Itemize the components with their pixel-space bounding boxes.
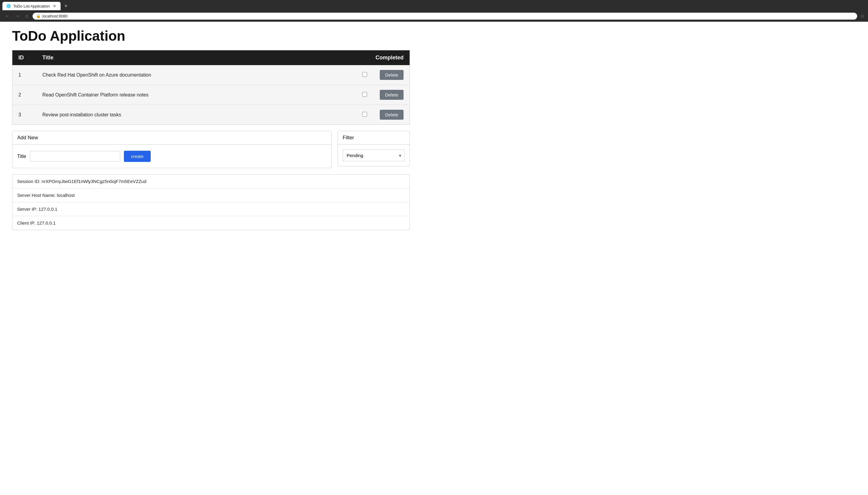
row-delete: Delete xyxy=(374,105,410,125)
row-id: 1 xyxy=(12,65,36,85)
address-bar: ← → ⌂ 🔒 localhost:8080 ☆ xyxy=(0,10,868,22)
col-header-id: ID xyxy=(12,50,36,65)
active-tab[interactable]: 🌐 ToDo List Application ✕ xyxy=(2,2,60,10)
row-completed xyxy=(355,65,374,85)
delete-button[interactable]: Delete xyxy=(380,70,403,80)
new-tab-button[interactable]: + xyxy=(62,2,70,10)
create-button[interactable]: create xyxy=(124,151,151,162)
add-new-body: Title create xyxy=(12,145,331,168)
completed-checkbox[interactable] xyxy=(362,112,367,117)
page-title: ToDo Application xyxy=(12,28,410,44)
title-label: Title xyxy=(17,154,26,159)
row-delete: Delete xyxy=(374,65,410,85)
filter-body: AllPendingCompleted xyxy=(338,145,410,166)
delete-button[interactable]: Delete xyxy=(380,90,403,100)
title-input[interactable] xyxy=(30,151,120,161)
row-title: Check Red Hat OpenShift on Azure documen… xyxy=(36,65,355,85)
session-id-row: Session ID: nrXPOmyJtwG1Ef1nWly3NCgz5n0o… xyxy=(12,174,410,188)
add-new-header: Add New xyxy=(12,131,331,145)
row-completed xyxy=(355,85,374,105)
filter-panel: Filter AllPendingCompleted xyxy=(337,131,410,166)
forward-button[interactable]: → xyxy=(14,12,21,20)
row-completed xyxy=(355,105,374,125)
table-row: 2Read OpenShift Container Platform relea… xyxy=(12,85,410,105)
bookmark-star-icon[interactable]: ☆ xyxy=(860,13,864,19)
row-title: Read OpenShift Container Platform releas… xyxy=(36,85,355,105)
col-header-title: Title xyxy=(36,50,355,65)
filter-header: Filter xyxy=(338,131,410,145)
row-id: 2 xyxy=(12,85,36,105)
add-new-panel: Add New Title create xyxy=(12,131,331,168)
completed-checkbox[interactable] xyxy=(362,72,367,77)
lock-icon: 🔒 xyxy=(36,14,41,18)
url-box[interactable]: 🔒 localhost:8080 xyxy=(33,13,857,20)
col-header-completed: Completed xyxy=(355,50,410,65)
client-ip-row: Client IP: 127.0.0.1 xyxy=(12,216,410,230)
tab-bar: 🌐 ToDo List Application ✕ + xyxy=(0,0,868,10)
filter-select-wrapper: AllPendingCompleted xyxy=(343,150,405,161)
todo-table: ID Title Completed 1Check Red Hat OpenSh… xyxy=(12,50,410,125)
session-info-panel: Session ID: nrXPOmyJtwG1Ef1nWly3NCgz5n0o… xyxy=(12,174,410,230)
back-button[interactable]: ← xyxy=(4,12,11,20)
tab-title: ToDo List Application xyxy=(13,4,50,8)
table-body: 1Check Red Hat OpenShift on Azure docume… xyxy=(12,65,410,125)
home-button[interactable]: ⌂ xyxy=(24,12,30,20)
row-delete: Delete xyxy=(374,85,410,105)
tab-favicon: 🌐 xyxy=(6,4,11,8)
server-ip-row: Server IP: 127.0.0.1 xyxy=(12,202,410,216)
server-host-row: Server Host Name: localhost xyxy=(12,188,410,202)
table-row: 3Review post-installation cluster tasksD… xyxy=(12,105,410,125)
table-header-row: ID Title Completed xyxy=(12,50,410,65)
row-id: 3 xyxy=(12,105,36,125)
completed-checkbox[interactable] xyxy=(362,92,367,97)
browser-chrome: 🌐 ToDo List Application ✕ + ← → ⌂ 🔒 loca… xyxy=(0,0,868,22)
filter-select[interactable]: AllPendingCompleted xyxy=(343,150,405,161)
tab-close-button[interactable]: ✕ xyxy=(52,4,57,8)
table-row: 1Check Red Hat OpenShift on Azure docume… xyxy=(12,65,410,85)
delete-button[interactable]: Delete xyxy=(380,110,403,120)
page-content: ToDo Application ID Title Completed 1Che… xyxy=(0,22,422,236)
table-header: ID Title Completed xyxy=(12,50,410,65)
url-text: localhost:8080 xyxy=(42,14,68,18)
row-title: Review post-installation cluster tasks xyxy=(36,105,355,125)
bottom-section: Add New Title create Filter AllPendingCo… xyxy=(12,131,410,168)
